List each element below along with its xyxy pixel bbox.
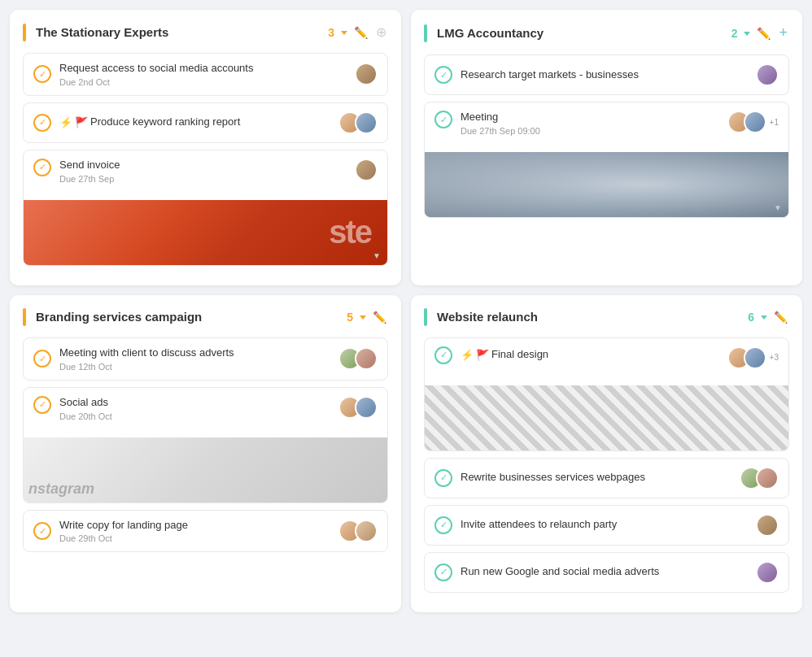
column-header: Branding services campaign5✏️ xyxy=(23,308,388,326)
task-card[interactable]: ✓Rewrite businesses services webpages xyxy=(424,458,789,498)
task-badge: ⚡ xyxy=(461,349,474,361)
chevron-down-icon[interactable] xyxy=(358,310,366,324)
avatar-stack xyxy=(756,514,779,537)
column-count: 6 xyxy=(748,311,754,324)
column-count: 3 xyxy=(328,26,334,39)
avatar xyxy=(756,467,779,489)
task-info: Rewrite businesses services webpages xyxy=(461,471,731,485)
task-card[interactable]: ✓Request access to social media accounts… xyxy=(23,53,388,96)
task-due: Due 27th Sep xyxy=(59,174,347,184)
card-image: ▼ xyxy=(24,437,387,503)
task-card[interactable]: ✓⚡🚩Final design+3▼ xyxy=(424,337,789,451)
task-info: Invite attendees to relaunch party xyxy=(461,518,748,532)
task-title: Research target markets - businesses xyxy=(461,68,748,82)
scroll-indicator: ▼ xyxy=(373,251,381,260)
task-card[interactable]: ✓Social adsDue 20th Oct▼ xyxy=(23,387,388,503)
task-check[interactable]: ✓ xyxy=(434,66,452,84)
task-badge: ⚡ xyxy=(59,116,72,128)
avatar-stack xyxy=(756,561,779,584)
task-due: Due 12th Oct xyxy=(59,362,330,372)
task-card[interactable]: ✓Send invoiceDue 27th Sep▼ xyxy=(23,150,388,266)
task-title: Final design xyxy=(491,348,548,362)
avatar xyxy=(756,514,779,537)
chevron-down-icon[interactable] xyxy=(759,310,767,324)
avatar xyxy=(355,159,378,181)
task-check[interactable]: ✓ xyxy=(33,396,51,414)
avatar xyxy=(744,346,766,369)
task-title: Request access to social media accounts xyxy=(59,62,347,76)
card-main: ✓MeetingDue 27th Sep 09:00+1 xyxy=(425,102,788,144)
column-border xyxy=(424,308,427,326)
task-info: ⚡🚩Produce keyword ranking report xyxy=(59,115,330,129)
task-card[interactable]: ✓Write copy for landing pageDue 29th Oct xyxy=(23,510,388,553)
task-card[interactable]: ✓Run new Google and social media adverts xyxy=(424,552,789,593)
task-title: Rewrite businesses services webpages xyxy=(461,471,731,485)
task-title: Send invoice xyxy=(59,159,347,172)
column-title: Branding services campaign xyxy=(36,310,342,324)
task-check[interactable]: ✓ xyxy=(434,563,452,581)
edit-column-button[interactable]: ✏️ xyxy=(371,309,388,325)
task-title: Invite attendees to relaunch party xyxy=(461,518,748,532)
task-badge: 🚩 xyxy=(75,116,88,128)
avatar xyxy=(355,347,378,370)
task-check[interactable]: ✓ xyxy=(434,516,452,534)
task-info: Send invoiceDue 27th Sep xyxy=(59,159,347,184)
avatar xyxy=(744,111,766,133)
add-task-button[interactable]: + xyxy=(777,23,789,43)
avatar-stack: +1 xyxy=(727,111,779,133)
task-check[interactable]: ✓ xyxy=(434,346,452,364)
task-title: Produce keyword ranking report xyxy=(90,115,240,129)
task-info: Research target markets - businesses xyxy=(461,68,748,82)
task-due: Due 27th Sep 09:00 xyxy=(461,126,719,136)
task-card[interactable]: ✓Meeting with client to discuss advertsD… xyxy=(23,337,388,381)
card-main: ✓Social adsDue 20th Oct xyxy=(24,388,387,429)
task-card[interactable]: ✓⚡🚩Produce keyword ranking report xyxy=(23,102,388,143)
task-check[interactable]: ✓ xyxy=(33,159,51,176)
task-due: Due 20th Oct xyxy=(59,411,330,421)
column-title: Website relaunch xyxy=(437,310,743,324)
chevron-down-icon[interactable] xyxy=(742,26,750,41)
task-info: Request access to social media accountsD… xyxy=(59,62,347,87)
avatar-stack xyxy=(355,159,378,181)
scroll-indicator: ▼ xyxy=(373,489,381,498)
board: The Stationary Experts3✏️⊕✓Request acces… xyxy=(10,10,802,612)
avatar-stack xyxy=(338,520,378,542)
column-header: Website relaunch6✏️ xyxy=(424,308,789,326)
task-check[interactable]: ✓ xyxy=(33,65,51,83)
avatar-extra-count: +3 xyxy=(770,353,779,362)
edit-column-button[interactable]: ✏️ xyxy=(772,309,789,325)
column-count: 5 xyxy=(347,311,353,324)
task-check[interactable]: ✓ xyxy=(33,350,51,368)
task-title: Run new Google and social media adverts xyxy=(461,565,748,579)
task-badge: 🚩 xyxy=(476,349,489,361)
task-info: MeetingDue 27th Sep 09:00 xyxy=(461,111,719,136)
task-check[interactable]: ✓ xyxy=(434,111,452,128)
task-check[interactable]: ✓ xyxy=(33,522,51,540)
card-main: ✓Send invoiceDue 27th Sep xyxy=(24,150,387,192)
avatar-stack xyxy=(338,111,378,134)
task-card[interactable]: ✓MeetingDue 27th Sep 09:00+1▼ xyxy=(424,102,789,218)
scroll-indicator: ▼ xyxy=(774,437,782,446)
column-border xyxy=(23,308,26,326)
task-check[interactable]: ✓ xyxy=(434,469,452,487)
column-count: 2 xyxy=(731,27,738,40)
column-title: The Stationary Experts xyxy=(36,25,323,39)
card-main: ✓⚡🚩Final design+3 xyxy=(425,338,788,377)
card-image: ▼ xyxy=(24,200,387,265)
card-image: ▼ xyxy=(425,385,788,450)
column-title: LMG Accountancy xyxy=(437,26,727,40)
avatar-stack xyxy=(338,347,378,370)
task-card[interactable]: ✓Invite attendees to relaunch party xyxy=(424,505,789,546)
column-header: LMG Accountancy2✏️+ xyxy=(424,23,789,43)
avatar xyxy=(355,396,378,419)
chevron-down-icon[interactable] xyxy=(339,25,347,40)
edit-column-button[interactable]: ✏️ xyxy=(755,25,772,41)
task-info: Meeting with client to discuss advertsDu… xyxy=(59,346,330,372)
edit-column-button[interactable]: ✏️ xyxy=(352,24,369,41)
task-title: Social ads xyxy=(59,396,330,410)
drag-handle[interactable]: ⊕ xyxy=(374,23,388,41)
task-card[interactable]: ✓Research target markets - businesses xyxy=(424,54,789,95)
task-info: Social adsDue 20th Oct xyxy=(59,396,330,421)
task-check[interactable]: ✓ xyxy=(33,114,51,132)
avatar-stack: +3 xyxy=(727,346,779,369)
